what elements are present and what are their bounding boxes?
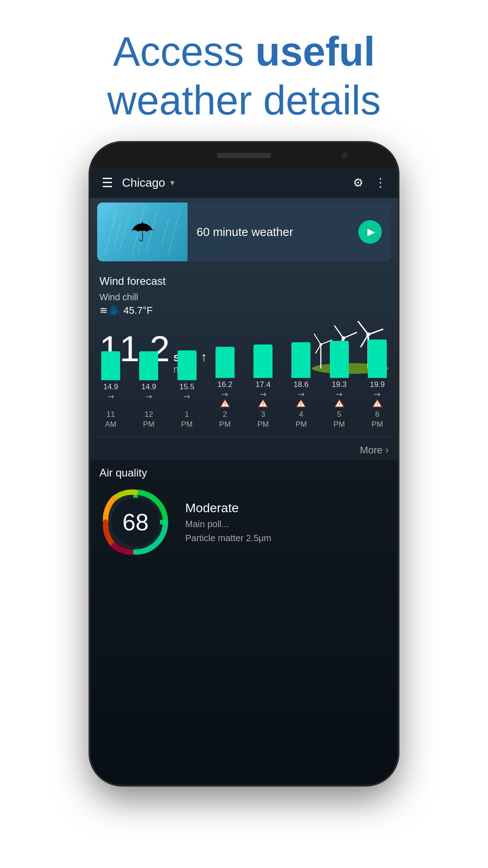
bar-value: 16.2 bbox=[217, 380, 232, 389]
bar-direction-arrow-icon: ↗ bbox=[371, 388, 383, 400]
bar-item: 14.9↗11 AM bbox=[97, 351, 124, 429]
nav-actions: ⚙ ⋮ bbox=[353, 176, 386, 190]
page-header: Access useful weather details bbox=[71, 0, 417, 143]
banner-image: ☂ bbox=[97, 203, 188, 261]
umbrella-icon: ☂ bbox=[130, 216, 155, 248]
bars-container: 14.9↗11 AM14.9↗12 PM15.5↗1 PM16.2↗!2 PM1… bbox=[97, 380, 391, 429]
bar-value: 15.5 bbox=[179, 382, 194, 392]
aqi-value: 68 bbox=[122, 509, 149, 536]
bar-direction-arrow-icon: ↗ bbox=[105, 391, 117, 402]
wind-direction-arrow-icon: ↑ bbox=[201, 350, 207, 364]
bar-item: 18.6↗!4 PM bbox=[287, 342, 314, 429]
banner-title: 60 minute weather bbox=[197, 225, 293, 239]
top-nav: ☰ Chicago ▼ ⚙ ⋮ bbox=[90, 168, 398, 198]
bar-warning-icon: ! bbox=[372, 399, 382, 410]
wind-section: Wind forecast Wind chill ≋🧥 45.7°F bbox=[90, 266, 398, 321]
city-label: Chicago bbox=[122, 176, 165, 190]
svg-text:!: ! bbox=[300, 401, 302, 407]
aqi-status: Moderate bbox=[185, 501, 271, 515]
bar-time: 11 AM bbox=[105, 410, 117, 429]
more-options-icon[interactable]: ⋮ bbox=[375, 176, 386, 190]
bar-time: 6 PM bbox=[371, 410, 383, 429]
bar-time: 5 PM bbox=[333, 410, 345, 429]
wind-chill-value: ≋🧥 45.7°F bbox=[99, 305, 389, 316]
bar-item: 15.5↗1 PM bbox=[174, 350, 201, 429]
aqi-pollutant: Main poll... bbox=[185, 519, 271, 529]
air-quality-section: Air quality bbox=[90, 460, 398, 785]
aqi-content: 68 Moderate Main poll... Particle matter… bbox=[99, 486, 389, 558]
svg-line-3 bbox=[314, 334, 321, 344]
bar-time: 1 PM bbox=[181, 410, 193, 429]
bar-value: 19.3 bbox=[332, 380, 347, 389]
header-line1: Access bbox=[113, 29, 255, 74]
speaker-grille bbox=[217, 153, 271, 158]
bar-time: 2 PM bbox=[219, 410, 231, 429]
air-quality-title: Air quality bbox=[99, 467, 389, 479]
bar-item: 17.4↗!3 PM bbox=[249, 344, 277, 429]
bar-item: 16.2↗!2 PM bbox=[211, 347, 239, 429]
weather-banner[interactable]: ☂ 60 minute weather ▶ bbox=[97, 203, 391, 261]
bar-value: 14.9 bbox=[141, 382, 156, 392]
bar-time: 4 PM bbox=[296, 410, 307, 429]
svg-text:!: ! bbox=[376, 401, 378, 407]
svg-line-13 bbox=[358, 321, 368, 335]
bar-direction-arrow-icon: ↗ bbox=[219, 388, 231, 400]
dropdown-arrow-icon: ▼ bbox=[169, 179, 176, 187]
bar-item: 19.9↗!6 PM bbox=[364, 340, 391, 429]
city-selector[interactable]: Chicago ▼ bbox=[122, 176, 176, 190]
settings-icon[interactable]: ⚙ bbox=[353, 176, 363, 190]
bar-time: 3 PM bbox=[257, 410, 269, 429]
svg-text:!: ! bbox=[224, 401, 226, 407]
wind-chill-temp: 45.7°F bbox=[123, 305, 153, 316]
bar-direction-arrow-icon: ↗ bbox=[257, 388, 269, 400]
wind-chart: 14.9↗11 AM14.9↗12 PM15.5↗1 PM16.2↗!2 PM1… bbox=[90, 375, 398, 433]
bar-value: 17.4 bbox=[256, 380, 271, 389]
svg-text:!: ! bbox=[338, 401, 340, 407]
aqi-info: Moderate Main poll... Particle matter 2.… bbox=[185, 501, 271, 543]
bar-warning-icon: ! bbox=[334, 399, 344, 410]
bar-direction-arrow-icon: ↗ bbox=[143, 391, 155, 402]
svg-text:!: ! bbox=[262, 401, 264, 407]
wind-section-title: Wind forecast bbox=[99, 275, 389, 288]
svg-line-8 bbox=[334, 326, 343, 338]
header-line2: weather details bbox=[107, 78, 380, 123]
phone-frame: ☰ Chicago ▼ ⚙ ⋮ bbox=[90, 143, 398, 785]
play-icon: ▶ bbox=[367, 226, 375, 238]
bar-warning-icon: ! bbox=[258, 399, 268, 410]
wind-chill-label: Wind chill bbox=[99, 292, 389, 302]
front-camera bbox=[342, 152, 348, 159]
bar-warning-icon: ! bbox=[296, 399, 306, 410]
bar-value: 19.9 bbox=[370, 380, 385, 389]
bar-direction-arrow-icon: ↗ bbox=[181, 391, 192, 402]
play-button[interactable]: ▶ bbox=[358, 220, 382, 244]
bar-item: 14.9↗12 PM bbox=[135, 351, 162, 429]
bar-time: 12 PM bbox=[143, 410, 155, 429]
divider bbox=[97, 437, 391, 437]
bar-warning-icon: ! bbox=[220, 399, 230, 410]
bar-direction-arrow-icon: ↗ bbox=[295, 388, 307, 400]
bar-value: 14.9 bbox=[103, 382, 118, 392]
aqi-gauge: 68 bbox=[99, 486, 172, 558]
more-link[interactable]: More › bbox=[90, 441, 398, 460]
hamburger-icon[interactable]: ☰ bbox=[102, 177, 113, 189]
wind-icon: ≋🧥 bbox=[99, 305, 120, 316]
phone-screen: ☰ Chicago ▼ ⚙ ⋮ bbox=[90, 168, 398, 785]
svg-line-9 bbox=[343, 332, 357, 338]
header-bold: useful bbox=[255, 29, 375, 74]
bar-direction-arrow-icon: ↗ bbox=[333, 388, 345, 400]
phone-top-bar bbox=[90, 143, 398, 168]
banner-content: 60 minute weather ▶ bbox=[188, 203, 391, 261]
aqi-particle: Particle matter 2.5μm bbox=[185, 533, 271, 543]
bar-item: 19.3↗!5 PM bbox=[326, 341, 353, 429]
bar-value: 18.6 bbox=[294, 380, 309, 389]
svg-line-14 bbox=[368, 329, 383, 335]
svg-line-5 bbox=[315, 344, 321, 354]
